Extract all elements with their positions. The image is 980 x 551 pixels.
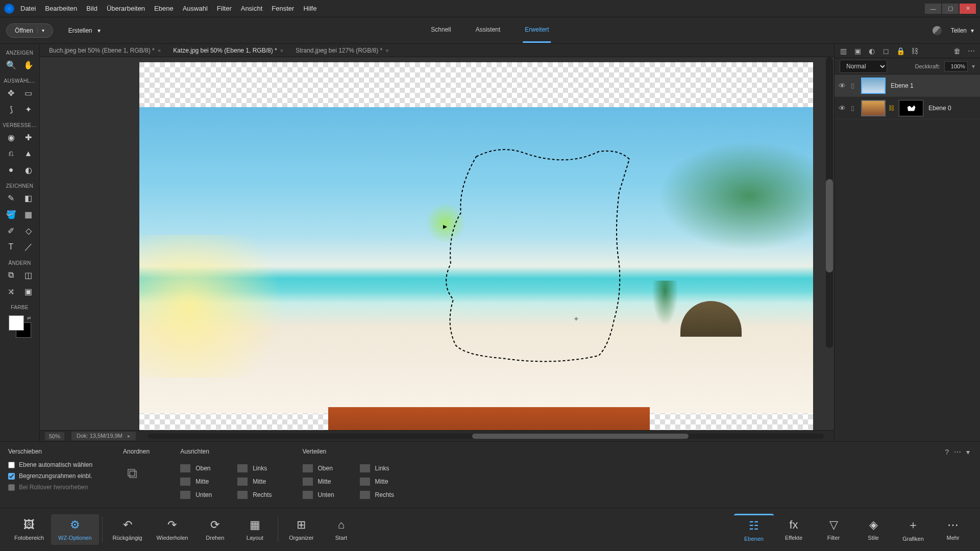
auto-select-checkbox[interactable]: Ebene automatisch wählen: [8, 461, 92, 468]
chevron-down-icon[interactable]: ▾: [37, 28, 44, 33]
graphics-tab[interactable]: ＋Grafiken: [893, 513, 933, 546]
align-right[interactable]: Rechts: [237, 491, 272, 499]
menu-image[interactable]: Bild: [86, 5, 97, 12]
sponge-tool-icon[interactable]: ◐: [21, 163, 36, 177]
new-group-icon[interactable]: ▣: [853, 46, 862, 56]
panel-menu-icon[interactable]: ⋯: [967, 46, 976, 56]
rollover-checkbox[interactable]: Bei Rollover hervorheben: [8, 484, 92, 491]
panel-menu-icon[interactable]: ⋯: [954, 448, 961, 456]
align-middle[interactable]: Mitte: [180, 478, 212, 486]
distribute-right[interactable]: Rechts: [360, 491, 394, 499]
color-swatches[interactable]: ⇄: [9, 315, 31, 338]
text-tool-icon[interactable]: T: [4, 240, 19, 254]
rotate-button[interactable]: ⟳Drehen: [195, 514, 235, 545]
distribute-top[interactable]: Oben: [303, 464, 334, 472]
distribute-center[interactable]: Mitte: [360, 478, 394, 486]
organizer-button[interactable]: ⊞Organizer: [281, 514, 321, 545]
close-icon[interactable]: ×: [280, 47, 283, 54]
close-icon[interactable]: ×: [385, 47, 388, 54]
layer-lock-icon[interactable]: ▯: [851, 105, 858, 112]
vertical-scrollbar[interactable]: [826, 57, 833, 348]
clone-tool-icon[interactable]: ⎌: [4, 146, 19, 161]
zoom-level[interactable]: 50%: [45, 432, 64, 440]
chevron-right-icon[interactable]: ▸: [128, 433, 131, 439]
home-button[interactable]: ⌂Start: [321, 514, 361, 545]
content-tool-icon[interactable]: ▣: [21, 284, 36, 298]
layer-thumbnail[interactable]: [861, 78, 886, 94]
create-button[interactable]: Erstellen ▾: [68, 27, 101, 34]
close-button[interactable]: ✕: [960, 4, 976, 14]
menu-select[interactable]: Auswahl: [183, 5, 208, 12]
mode-guided[interactable]: Assistent: [474, 18, 503, 43]
effects-tab[interactable]: fxEffekte: [774, 514, 814, 545]
swap-colors-icon[interactable]: ⇄: [27, 315, 31, 320]
distribute-left[interactable]: Links: [360, 464, 394, 472]
theme-toggle-icon[interactable]: [933, 26, 942, 35]
collapse-icon[interactable]: ▾: [966, 448, 970, 456]
layout-button[interactable]: ▦Layout: [235, 514, 275, 545]
align-left[interactable]: Links: [237, 464, 272, 472]
new-layer-icon[interactable]: ▥: [839, 46, 848, 56]
share-button[interactable]: Teilen ▾: [951, 27, 974, 34]
crop-tool-icon[interactable]: ⧉: [4, 268, 19, 282]
canvas-viewport[interactable]: ▸ ✦: [40, 57, 834, 430]
document-info[interactable]: Dok: 13,5M/19,9M▸: [71, 432, 136, 440]
tab-katze[interactable]: Katze.jpg bei 50% (Ebene 1, RGB/8) *×: [169, 45, 287, 56]
zoom-tool-icon[interactable]: 🔍: [4, 58, 19, 72]
wand-tool-icon[interactable]: ✦: [21, 102, 36, 116]
styles-tab[interactable]: ◈Stile: [853, 514, 893, 545]
link-icon[interactable]: ⛓: [889, 105, 896, 112]
healing-tool-icon[interactable]: ✚: [21, 130, 36, 144]
layer-name[interactable]: Ebene 1: [891, 82, 914, 89]
scrollbar-thumb[interactable]: [826, 179, 833, 272]
shape-tool-icon[interactable]: ◇: [21, 223, 36, 238]
open-button[interactable]: Öffnen ▾: [6, 23, 53, 38]
mode-expert[interactable]: Erweitert: [523, 18, 551, 43]
recompose-tool-icon[interactable]: ◫: [21, 268, 36, 282]
align-bottom[interactable]: Unten: [180, 491, 212, 499]
tab-strand[interactable]: Strand.jpeg bei 127% (RGB/8) *×: [291, 45, 393, 56]
tool-options-button[interactable]: ⚙WZ-Optionen: [51, 514, 99, 545]
move-tool-icon[interactable]: ✥: [4, 86, 19, 100]
horizontal-scrollbar[interactable]: [148, 434, 824, 439]
stamp-tool-icon[interactable]: ▲: [21, 146, 36, 161]
help-icon[interactable]: ?: [945, 448, 949, 456]
arrange-icon[interactable]: ⧉: [123, 464, 141, 483]
adjustment-icon[interactable]: ◐: [867, 46, 876, 56]
scrollbar-thumb[interactable]: [472, 434, 689, 439]
hand-tool-icon[interactable]: ✋: [21, 58, 36, 72]
layer-thumbnail[interactable]: [861, 100, 886, 116]
bounding-box-checkbox[interactable]: Begrenzungsrahmen einbl.: [8, 472, 92, 480]
undo-button[interactable]: ↶Rückgängig: [106, 514, 150, 545]
straighten-tool-icon[interactable]: ⤨: [4, 284, 19, 298]
opacity-input[interactable]: [944, 61, 968, 71]
blur-tool-icon[interactable]: ●: [4, 163, 19, 177]
menu-view[interactable]: Ansicht: [241, 5, 263, 12]
redo-button[interactable]: ↷Wiederholen: [150, 514, 195, 545]
layer-row-1[interactable]: 👁 ▯ Ebene 1: [835, 74, 980, 97]
pencil-tool-icon[interactable]: ／: [21, 240, 36, 254]
trash-icon[interactable]: 🗑: [952, 46, 962, 56]
visibility-icon[interactable]: 👁: [839, 82, 848, 90]
align-center[interactable]: Mitte: [237, 478, 272, 486]
canvas[interactable]: ▸ ✦: [139, 62, 813, 430]
align-top[interactable]: Oben: [180, 464, 212, 472]
more-tab[interactable]: ⋯Mehr: [933, 514, 973, 545]
gradient-tool-icon[interactable]: ▦: [21, 207, 36, 221]
distribute-middle[interactable]: Mitte: [303, 478, 334, 486]
chevron-down-icon[interactable]: ▾: [972, 63, 975, 70]
picker-tool-icon[interactable]: ✐: [4, 223, 19, 238]
menu-enhance[interactable]: Überarbeiten: [107, 5, 145, 12]
eraser-tool-icon[interactable]: ◧: [21, 191, 36, 205]
close-icon[interactable]: ×: [158, 47, 161, 54]
photobin-button[interactable]: 🖼Fotobereich: [7, 514, 51, 545]
mode-quick[interactable]: Schnell: [429, 18, 453, 43]
menu-file[interactable]: Datei: [20, 5, 36, 12]
layer-lock-icon[interactable]: ▯: [851, 82, 858, 89]
fill-tool-icon[interactable]: 🪣: [4, 207, 19, 221]
tab-buch[interactable]: Buch.jpeg bei 50% (Ebene 1, RGB/8) *×: [45, 45, 165, 56]
link-icon[interactable]: ⛓: [910, 46, 919, 56]
menu-help[interactable]: Hilfe: [303, 5, 316, 12]
brush-tool-icon[interactable]: ✎: [4, 191, 19, 205]
mask-icon[interactable]: ◻: [881, 46, 891, 56]
